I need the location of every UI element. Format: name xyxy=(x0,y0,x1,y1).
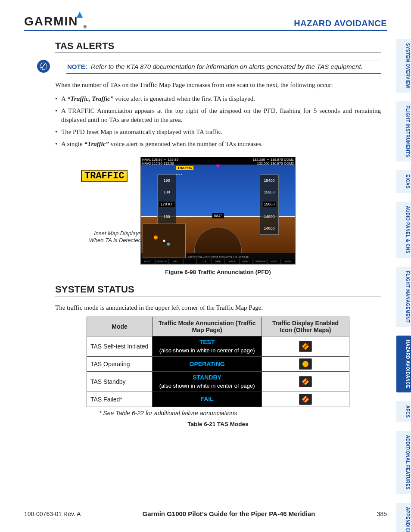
table-caption: Table 6-21 TAS Modes xyxy=(55,421,381,427)
sk-dme: DME xyxy=(211,259,225,264)
garmin-delta-icon xyxy=(77,7,83,21)
b1-post: voice alert is generated when the first … xyxy=(113,95,255,102)
content: TAS ALERTS NOTE: Refer to the KTA 870 do… xyxy=(24,40,387,427)
bullet-4: A single “Traffic” voice alert is genera… xyxy=(61,140,381,149)
softkey-row: INSET SENSOR PFD CDI DME XPDR IDENT TMR/… xyxy=(141,259,295,264)
kw-operating: OPERATING xyxy=(190,361,225,367)
sub-standby: (also shown in white in center of page) xyxy=(159,383,255,389)
heading-tas-alerts: TAS ALERTS xyxy=(55,40,381,53)
alt-1: 15200 xyxy=(264,190,274,194)
mode-selftest: TAS Self-test Initiated xyxy=(87,336,153,357)
com1: 132.250 ↔ 119.975 COM1 xyxy=(252,158,294,162)
traffic-standby-icon xyxy=(299,394,312,405)
sk-xpdr: XPDR xyxy=(225,259,239,264)
spd-180: 180 xyxy=(163,190,170,194)
tab-additional-features[interactable]: ADDITIONAL FEATURES xyxy=(396,431,411,494)
mode-failed: TAS Failed* xyxy=(87,392,153,407)
spd-190: 190 xyxy=(163,178,170,183)
row-failed: TAS Failed* FAIL xyxy=(87,392,349,407)
note-text: NOTE: Refer to the KTA 870 documentation… xyxy=(67,63,363,70)
tab-flight-instruments[interactable]: FLIGHT INSTRUMENTS xyxy=(396,101,411,162)
traffic-operating-icon xyxy=(299,358,312,370)
intro-paragraph: When the number of TAs on the Traffic Ma… xyxy=(55,81,381,90)
spd-box: 170 KT xyxy=(159,202,174,207)
page-number: 385 xyxy=(377,510,387,517)
nav1: NAV1 108.90 ↔ 116.85 xyxy=(142,158,178,162)
alt-5: 14800 xyxy=(264,226,274,230)
status-paragraph: The traffic mode is annunciated in the u… xyxy=(55,303,381,313)
tab-flight-management[interactable]: FLIGHT MANAGEMENT xyxy=(396,267,411,327)
tab-hazard-avoidance[interactable]: HAZARD AVOIDANCE xyxy=(396,336,411,392)
bullet-list: A “Traffic, Traffic” voice alert is gene… xyxy=(55,94,381,149)
th-mode: Mode xyxy=(87,317,153,336)
note-icon xyxy=(37,60,50,73)
figure-caption: Figure 6-98 Traffic Annunciation (PFD) xyxy=(55,269,381,275)
section-title: HAZARD AVOIDANCE xyxy=(294,19,387,28)
row-operating: TAS Operating OPERATING xyxy=(87,357,349,372)
tab-afcs[interactable]: AFCS xyxy=(396,401,411,422)
tab-appendices[interactable]: APPENDICES xyxy=(396,503,411,532)
regmark: ® xyxy=(84,25,87,29)
sk-cdi: CDI xyxy=(197,259,211,264)
table-footnote: * See Table 6-22 for additional failure … xyxy=(99,410,381,417)
row-selftest: TAS Self-test Initiated TEST(also shown … xyxy=(87,336,349,357)
svg-point-1 xyxy=(40,63,47,70)
alt-box: 15000 xyxy=(263,202,275,207)
alt-0: 15400 xyxy=(264,178,274,183)
note-label: NOTE: xyxy=(67,63,87,70)
b4-post: voice alert is generated when the number… xyxy=(109,140,263,147)
sk-tmrref: TMR/REF xyxy=(253,259,267,264)
sk-msg: MSG xyxy=(281,259,295,264)
bullet-2: A TRAFFIC Annunciation appears at the to… xyxy=(61,106,381,125)
mode-standby: TAS Standby xyxy=(87,372,153,392)
th-icon: Traffic Display Enabled Icon (Other Maps… xyxy=(262,317,349,336)
traffic-callout-tag: TRAFFIC xyxy=(81,170,128,182)
kw-standby: STANDBY xyxy=(193,374,221,381)
status-line: OAT 0°C ISA +15°C XPDR 1200 ALT R LCL 18… xyxy=(141,256,295,258)
doc-number: 190-00763-01 Rev. A xyxy=(24,510,81,517)
traffic-standby-icon xyxy=(299,376,312,387)
figure-traffic-annunciation: TRAFFIC Inset Map Displays When TA is De… xyxy=(55,157,381,264)
page-header: GARMIN ® HAZARD AVOIDANCE xyxy=(24,15,387,31)
b4-pre: A single xyxy=(61,140,84,147)
b4-emph: “Traffic” xyxy=(84,140,109,147)
alt-4: 14900 xyxy=(264,215,274,219)
doc-title: Garmin G1000 Pilot’s Guide for the Piper… xyxy=(142,510,315,517)
inset-map-callout: Inset Map Displays When TA is Detected xyxy=(81,230,141,244)
svg-marker-0 xyxy=(77,12,83,18)
altitude-tape: 15400 15200 15000 14900 14800 xyxy=(260,174,279,235)
heading-box: 084° xyxy=(212,213,224,218)
note-body: Refer to the KTA 870 documentation for i… xyxy=(91,63,363,70)
b1-emph: “Traffic, Traffic” xyxy=(67,95,113,102)
tab-audio-panel-cns[interactable]: AUDIO PANEL & CNS xyxy=(396,202,411,258)
pfd-topbar: NAV1 108.90 ↔ 116.85 NAV2 112.90 112.30 … xyxy=(141,157,295,165)
sk-ident: IDENT xyxy=(239,259,253,264)
note-block: NOTE: Refer to the KTA 870 documentation… xyxy=(55,60,381,74)
sub-test: (also shown in white in center of page) xyxy=(159,347,255,354)
heading-system-status: SYSTEM STATUS xyxy=(55,284,381,296)
kw-fail: FAIL xyxy=(200,395,213,402)
side-tabs: SYSTEM OVERVIEW FLIGHT INSTRUMENTS EICAS… xyxy=(396,39,411,532)
pfd-screenshot: NAV1 108.90 ↔ 116.85 NAV2 112.90 112.30 … xyxy=(140,157,296,264)
sk-pfd: PFD xyxy=(169,259,183,264)
spd-160: 160 xyxy=(163,215,170,219)
traffic-standby-icon xyxy=(299,341,312,352)
pfd-inset-map xyxy=(143,224,186,258)
page: SYSTEM OVERVIEW FLIGHT INSTRUMENTS EICAS… xyxy=(0,0,411,532)
pfd-traffic-annunciation: TRAFFIC xyxy=(176,166,193,170)
sk-sensor: SENSOR xyxy=(155,259,169,264)
page-footer: 190-00763-01 Rev. A Garmin G1000 Pilot’s… xyxy=(24,510,387,517)
tab-system-overview[interactable]: SYSTEM OVERVIEW xyxy=(396,39,411,93)
sk-inset: INSET xyxy=(141,259,155,264)
svg-point-4 xyxy=(302,361,308,367)
brand-text: GARMIN xyxy=(24,15,78,28)
b1-pre: A xyxy=(61,95,67,102)
sk-nrst: NRST xyxy=(267,259,281,264)
th-annunciation: Traffic Mode Annunciation (Traffic Map P… xyxy=(153,317,262,336)
garmin-logo: GARMIN ® xyxy=(24,15,88,28)
tas-modes-table: Mode Traffic Mode Annunciation (Traffic … xyxy=(87,317,349,407)
bullet-3: The PFD Inset Map is automatically displ… xyxy=(61,128,381,137)
hdg-pointer-icon xyxy=(216,165,220,168)
tab-eicas[interactable]: EICAS xyxy=(396,170,411,193)
sk-blank xyxy=(183,259,197,264)
